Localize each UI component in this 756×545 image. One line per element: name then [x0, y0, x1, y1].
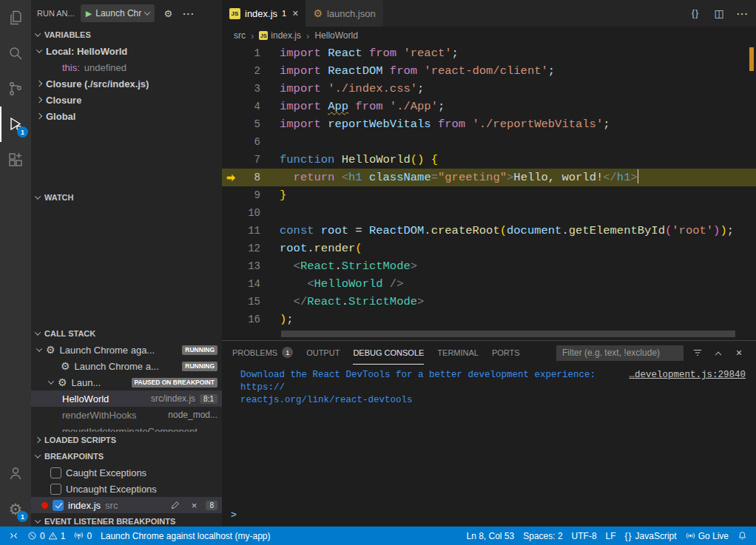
- code-line-13[interactable]: 13 <React.StrictMode>: [222, 257, 756, 275]
- run-debug-icon[interactable]: 1: [0, 106, 31, 142]
- breakpoint-row-uncaught[interactable]: Uncaught Exceptions: [31, 481, 222, 497]
- section-event-listener-breakpoints[interactable]: EVENT LISTENER BREAKPOINTS: [31, 513, 222, 527]
- code-line-2[interactable]: 2import ReactDOM from 'react-dom/client'…: [222, 62, 756, 80]
- debug-launch-status[interactable]: Launch Chrome against localhost (my-app): [96, 527, 274, 545]
- code-line-11[interactable]: 11const root = ReactDOM.createRoot(docum…: [222, 222, 756, 240]
- breadcrumb-indexjs[interactable]: JS index.js: [259, 30, 301, 41]
- line-number[interactable]: 5: [222, 115, 280, 133]
- tab-output[interactable]: OUTPUT: [306, 341, 340, 365]
- language-mode[interactable]: {} JavaScript: [621, 527, 681, 545]
- stack-frame-row[interactable]: renderWithHooks node_mod...: [31, 407, 222, 423]
- line-number[interactable]: 3: [222, 80, 280, 98]
- console-input-prompt[interactable]: >: [231, 510, 237, 521]
- panel-maximize-icon[interactable]: [712, 346, 725, 359]
- tab-terminal[interactable]: TERMINAL: [437, 341, 479, 365]
- launch-config-dropdown[interactable]: ▶ Launch Chr: [81, 4, 155, 22]
- settings-gear-icon[interactable]: ⚙ 1: [0, 491, 31, 527]
- debug-session-row[interactable]: ⚙ Laun... PAUSED ON BREAKPOINT: [31, 374, 222, 390]
- line-number[interactable]: 2: [222, 62, 280, 80]
- close-tab-icon[interactable]: ×: [292, 7, 298, 19]
- code-line-16[interactable]: 16);: [222, 311, 756, 328]
- breakpoint-row-indexjs[interactable]: index.js src × 8: [31, 497, 222, 513]
- horizontal-scrollbar[interactable]: [281, 331, 735, 337]
- variable-scope-closure-2[interactable]: Closure: [31, 92, 222, 108]
- split-editor-icon[interactable]: ◫: [712, 6, 726, 21]
- sidebar-more-icon[interactable]: ···: [181, 6, 196, 21]
- breakpoint-row-caught[interactable]: Caught Exceptions: [31, 464, 222, 481]
- line-number[interactable]: 16: [222, 311, 280, 328]
- debug-session-row[interactable]: ⚙ Launch Chrome a... RUNNING: [31, 358, 222, 374]
- code-line-6[interactable]: 6: [222, 133, 756, 151]
- problems-status[interactable]: 0 1: [23, 527, 70, 545]
- source-location-link[interactable]: …development.js:29840: [621, 369, 746, 394]
- search-icon[interactable]: [0, 35, 31, 71]
- stack-frame-row[interactable]: HelloWorld src/index.js 8:1: [31, 390, 222, 407]
- panel-close-icon[interactable]: ×: [732, 346, 746, 359]
- tab-ports[interactable]: PORTS: [492, 341, 520, 365]
- line-number[interactable]: 10: [222, 204, 280, 222]
- code-line-15[interactable]: 15 </React.StrictMode>: [222, 293, 756, 311]
- stack-frame-row[interactable]: mountIndeterminateComponent: [31, 423, 222, 432]
- checkbox-unchecked[interactable]: [50, 484, 61, 495]
- line-number[interactable]: 12: [222, 240, 280, 257]
- variable-this[interactable]: this: undefined: [31, 59, 222, 75]
- breadcrumb-helloworld[interactable]: HelloWorld: [314, 30, 357, 41]
- code-line-14[interactable]: 14 <HelloWorld />: [222, 275, 756, 293]
- cursor-position[interactable]: Ln 8, Col 53: [462, 527, 519, 545]
- tab-problems[interactable]: PROBLEMS 1: [232, 341, 293, 365]
- line-number[interactable]: 13: [222, 257, 280, 275]
- variable-scope-closure-1[interactable]: Closure (./src/index.js): [31, 75, 222, 92]
- line-number[interactable]: 14: [222, 275, 280, 293]
- code-line-10[interactable]: 10: [222, 204, 756, 222]
- code-line-12[interactable]: 12root.render(: [222, 240, 756, 257]
- code-line-7[interactable]: 7function HelloWorld() {: [222, 151, 756, 169]
- line-number[interactable]: 8: [222, 169, 280, 186]
- section-call-stack[interactable]: CALL STACK: [31, 325, 222, 342]
- explorer-icon[interactable]: [0, 0, 31, 35]
- indentation[interactable]: Spaces: 2: [519, 527, 567, 545]
- variable-scope-global[interactable]: Global: [31, 108, 222, 124]
- section-variables[interactable]: VARIABLES: [31, 27, 222, 43]
- checkbox-checked[interactable]: [53, 500, 64, 511]
- go-live-button[interactable]: Go Live: [681, 527, 733, 545]
- code-line-9[interactable]: 9}: [222, 186, 756, 204]
- code-line-4[interactable]: 4import App from './App';: [222, 98, 756, 115]
- checkbox-unchecked[interactable]: [50, 467, 61, 478]
- remote-indicator-icon[interactable]: [4, 527, 23, 545]
- line-number[interactable]: 4: [222, 98, 280, 115]
- debug-settings-gear-icon[interactable]: ⚙: [161, 6, 175, 21]
- extensions-icon[interactable]: [0, 142, 31, 177]
- encoding[interactable]: UTF-8: [567, 527, 601, 545]
- section-loaded-scripts[interactable]: LOADED SCRIPTS: [31, 432, 222, 448]
- line-number[interactable]: 9: [222, 186, 280, 204]
- accounts-icon[interactable]: [0, 456, 31, 491]
- console-filter-input[interactable]: [556, 345, 684, 361]
- line-number[interactable]: 1: [222, 44, 280, 62]
- breadcrumb-src[interactable]: src: [234, 30, 246, 41]
- line-number[interactable]: 7: [222, 151, 280, 169]
- line-number[interactable]: 6: [222, 133, 280, 151]
- line-number[interactable]: 11: [222, 222, 280, 240]
- editor-more-icon[interactable]: ···: [735, 6, 750, 21]
- filter-icon[interactable]: [691, 346, 704, 359]
- tab-debug-console[interactable]: DEBUG CONSOLE: [353, 341, 424, 365]
- section-breakpoints[interactable]: BREAKPOINTS: [31, 448, 222, 464]
- remove-breakpoint-icon[interactable]: ×: [186, 498, 201, 512]
- code-line-3[interactable]: 3import './index.css';: [222, 80, 756, 98]
- edit-breakpoint-icon[interactable]: [167, 498, 182, 512]
- variable-scope-local[interactable]: Local: HelloWorld: [31, 43, 222, 59]
- braces-icon[interactable]: {}: [688, 6, 703, 21]
- code-line-5[interactable]: 5import reportWebVitals from './reportWe…: [222, 115, 756, 133]
- line-number[interactable]: 15: [222, 293, 280, 311]
- tab-launchjson[interactable]: ⚙ launch.json: [306, 0, 383, 27]
- section-watch[interactable]: WATCH: [31, 189, 222, 206]
- code-area[interactable]: 1import React from 'react';2import React…: [222, 44, 756, 333]
- code-line-8[interactable]: 8 return <h1 className="greeting">Hello,…: [222, 169, 756, 186]
- eol-sequence[interactable]: LF: [601, 527, 621, 545]
- ports-status[interactable]: 0: [70, 527, 96, 545]
- source-control-icon[interactable]: [0, 71, 31, 106]
- tab-indexjs[interactable]: JS index.js 1 ×: [222, 0, 306, 27]
- notifications-bell-icon[interactable]: [733, 527, 752, 545]
- code-line-1[interactable]: 1import React from 'react';: [222, 44, 756, 62]
- debug-session-row[interactable]: ⚙ Launch Chrome aga... RUNNING: [31, 342, 222, 358]
